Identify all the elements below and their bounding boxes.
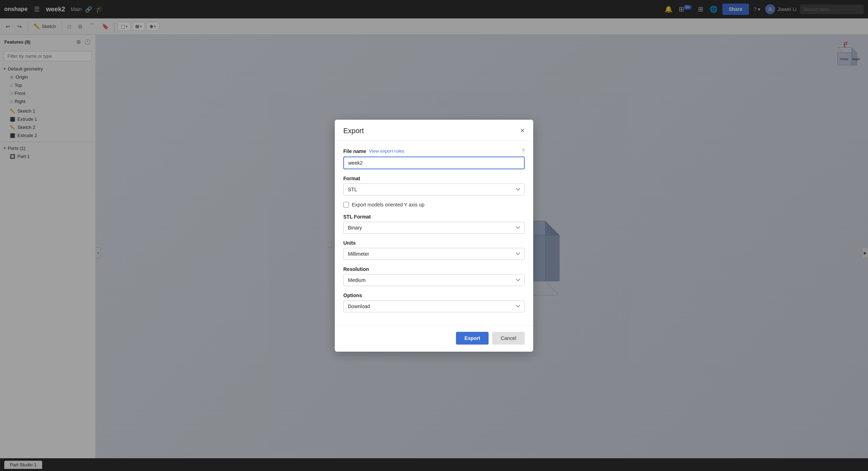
units-label: Units bbox=[343, 240, 525, 246]
stl-format-group: STL Format Binary Text (ASCII) bbox=[343, 214, 525, 234]
stl-format-label: STL Format bbox=[343, 214, 525, 220]
resolution-label: Resolution bbox=[343, 266, 525, 272]
options-group: Options Download Save to Onshape bbox=[343, 293, 525, 312]
file-name-input[interactable] bbox=[343, 157, 525, 169]
modal-header: Export × bbox=[335, 120, 533, 141]
modal-close-button[interactable]: × bbox=[520, 127, 525, 135]
resolution-group: Resolution Coarse Medium Fine Custom bbox=[343, 266, 525, 286]
units-select[interactable]: Millimeter Centimeter Meter Inch Foot Ya… bbox=[343, 248, 525, 260]
file-name-label-row: File name View export rules ? bbox=[343, 148, 525, 154]
resolution-select[interactable]: Coarse Medium Fine Custom bbox=[343, 274, 525, 286]
export-modal: Export × File name View export rules ? F… bbox=[335, 120, 533, 352]
help-icon-button[interactable]: ? bbox=[522, 148, 525, 154]
modal-body: File name View export rules ? Format STL… bbox=[335, 141, 533, 326]
export-button[interactable]: Export bbox=[456, 332, 489, 345]
file-name-label: File name bbox=[343, 148, 366, 154]
options-label: Options bbox=[343, 293, 525, 298]
file-name-group: File name View export rules ? bbox=[343, 148, 525, 169]
cancel-button[interactable]: Cancel bbox=[492, 332, 525, 345]
modal-backdrop: Export × File name View export rules ? F… bbox=[0, 0, 868, 471]
checkbox-row: Export models oriented Y axis up bbox=[343, 202, 525, 208]
stl-format-select[interactable]: Binary Text (ASCII) bbox=[343, 222, 525, 234]
checkbox-label: Export models oriented Y axis up bbox=[352, 202, 424, 208]
options-select[interactable]: Download Save to Onshape bbox=[343, 300, 525, 312]
format-group: Format STL Parasolid STEP IGES ACIS OBJ … bbox=[343, 176, 525, 195]
units-group: Units Millimeter Centimeter Meter Inch F… bbox=[343, 240, 525, 260]
y-axis-checkbox[interactable] bbox=[343, 202, 349, 208]
modal-footer: Export Cancel bbox=[335, 326, 533, 352]
modal-title: Export bbox=[343, 127, 364, 135]
view-export-rules-link[interactable]: View export rules bbox=[369, 148, 404, 154]
format-select[interactable]: STL Parasolid STEP IGES ACIS OBJ 3MF bbox=[343, 183, 525, 195]
format-label: Format bbox=[343, 176, 525, 181]
